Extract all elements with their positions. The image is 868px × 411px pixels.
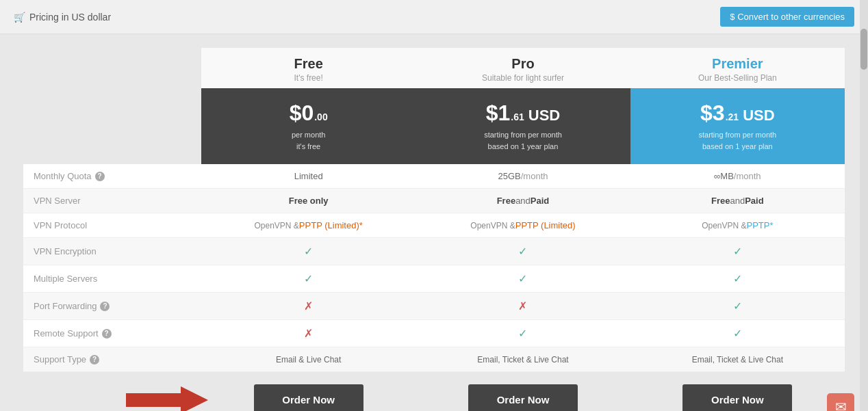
- feature-label-vpn-encryption: VPN Encryption: [23, 238, 201, 265]
- feature-free-multiple-servers: ✓: [201, 265, 416, 293]
- red-arrow: [126, 383, 208, 412]
- plan-subtitle-free: It's free!: [208, 73, 409, 83]
- feature-pro-vpn-protocol: OpenVPN & PPTP (Limited): [416, 213, 630, 238]
- chat-bubble-button[interactable]: ✉: [827, 393, 854, 411]
- cart-icon: 🛒: [14, 12, 25, 23]
- action-row: Order Now Order Now Order Now: [23, 379, 845, 411]
- feature-label-vpn-server: VPN Server: [23, 189, 201, 213]
- feature-label-vpn-protocol: VPN Protocol: [23, 213, 201, 238]
- plan-header-premier: Premier Our Best-Selling Plan: [630, 48, 845, 88]
- price-cents-premier: .21: [726, 111, 739, 122]
- feature-free-vpn-encryption: ✓: [201, 238, 416, 265]
- feature-free-vpn-server: Free only: [201, 189, 416, 213]
- feature-label-monthly-quota: Monthly Quota ?: [23, 164, 201, 189]
- price-dollar-pro: $1: [486, 101, 511, 126]
- price-period-premier: starting from per monthbased on 1 year p…: [637, 129, 838, 152]
- feature-free-port-forwarding: ✗: [201, 293, 416, 320]
- feature-free-vpn-protocol: OpenVPN & PPTP (Limited)*: [201, 213, 416, 238]
- feature-pro-port-forwarding: ✗: [416, 293, 630, 320]
- convert-currency-button[interactable]: $ Convert to other currencies: [720, 7, 854, 27]
- feature-label-multiple-servers: Multiple Servers: [23, 265, 201, 293]
- feature-free-monthly-quota: Limited: [201, 164, 416, 189]
- price-dollar-free: $0: [290, 101, 314, 126]
- price-usd-premier: USD: [743, 107, 774, 124]
- price-usd-pro: USD: [528, 107, 560, 124]
- scrollbar-thumb[interactable]: [860, 29, 867, 70]
- monthly-quota-info-icon[interactable]: ?: [95, 172, 105, 181]
- action-premier: Order Now: [630, 379, 845, 411]
- price-cents-free: .00: [314, 111, 327, 122]
- support-type-info-icon[interactable]: ?: [90, 355, 99, 364]
- feature-premier-monthly-quota: ∞MB /month: [630, 164, 845, 189]
- plan-name-free: Free: [208, 56, 409, 72]
- price-premier: $3.21USD starting from per monthbased on…: [630, 88, 845, 164]
- feature-label-port-forwarding: Port Forwarding ?: [23, 293, 201, 320]
- pricing-title: 🛒 Pricing in US dollar: [14, 12, 111, 23]
- order-now-pro-button[interactable]: Order Now: [468, 384, 578, 411]
- plan-header-row: Free It's free! Pro Suitable for light s…: [23, 48, 845, 88]
- feature-label-remote-support: Remote Support ?: [23, 320, 201, 347]
- plan-subtitle-pro: Suitable for light surfer: [422, 73, 623, 83]
- feature-premier-port-forwarding: ✓: [630, 293, 845, 320]
- feature-pro-vpn-encryption: ✓: [416, 238, 630, 265]
- feature-free-support-type: Email & Live Chat: [201, 347, 416, 372]
- feature-pro-monthly-quota: 25GB /month: [416, 164, 630, 189]
- feature-premier-vpn-protocol: OpenVPN & PPTP*: [630, 213, 845, 238]
- price-free: $0.00 per monthit's free: [201, 88, 416, 164]
- feature-free-remote-support: ✗: [201, 320, 416, 347]
- feature-premier-multiple-servers: ✓: [630, 265, 845, 293]
- top-bar: 🛒 Pricing in US dollar $ Convert to othe…: [0, 0, 868, 34]
- price-pro: $1.61USD starting from per monthbased on…: [416, 88, 630, 164]
- plan-header-pro: Pro Suitable for light surfer: [416, 48, 630, 88]
- feature-pro-vpn-server: Free and Paid: [416, 189, 630, 213]
- action-empty: [23, 395, 201, 406]
- order-now-free-button[interactable]: Order Now: [254, 384, 363, 411]
- port-forwarding-info-icon[interactable]: ?: [100, 302, 110, 311]
- price-empty: [23, 88, 201, 164]
- pricing-table: Free It's free! Pro Suitable for light s…: [23, 48, 845, 411]
- feature-premier-vpn-encryption: ✓: [630, 238, 845, 265]
- feature-pro-support-type: Email, Ticket & Live Chat: [416, 347, 630, 372]
- feature-pro-multiple-servers: ✓: [416, 265, 630, 293]
- plan-subtitle-premier: Our Best-Selling Plan: [637, 73, 838, 83]
- plan-name-premier: Premier: [637, 56, 838, 72]
- header-empty: [23, 48, 201, 88]
- feature-pro-remote-support: ✓: [416, 320, 630, 347]
- action-free: Order Now: [201, 379, 416, 411]
- plan-header-free: Free It's free!: [201, 48, 416, 88]
- feature-premier-vpn-server: Free and Paid: [630, 189, 845, 213]
- features-grid: Monthly Quota ? Limited 25GB /month ∞MB …: [23, 164, 845, 372]
- scrollbar[interactable]: [860, 0, 868, 411]
- price-cents-pro: .61: [511, 111, 524, 122]
- plan-name-pro: Pro: [422, 56, 623, 72]
- feature-premier-support-type: Email, Ticket & Live Chat: [630, 347, 845, 372]
- svg-marker-0: [126, 386, 208, 412]
- order-now-premier-button[interactable]: Order Now: [682, 384, 792, 411]
- remote-support-info-icon[interactable]: ?: [102, 329, 112, 339]
- chat-icon: ✉: [835, 399, 847, 411]
- feature-label-support-type: Support Type ?: [23, 347, 201, 372]
- action-pro: Order Now: [416, 379, 630, 411]
- price-dollar-premier: $3: [700, 101, 725, 126]
- price-period-pro: starting from per monthbased on 1 year p…: [422, 129, 623, 152]
- main-content: Free It's free! Pro Suitable for light s…: [0, 34, 868, 411]
- price-period-free: per monthit's free: [208, 129, 409, 152]
- feature-premier-remote-support: ✓: [630, 320, 845, 347]
- price-row: $0.00 per monthit's free $1.61USD starti…: [23, 88, 845, 164]
